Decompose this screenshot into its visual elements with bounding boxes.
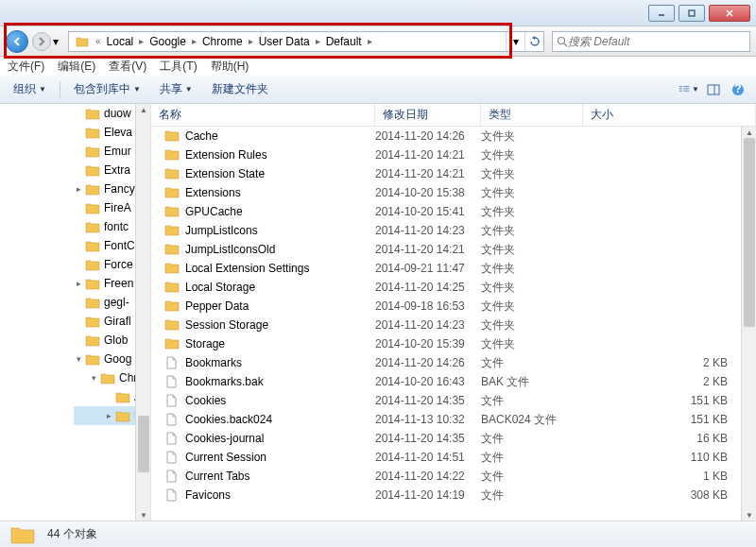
table-row[interactable]: Extension State2014-11-20 14:21文件夹 <box>151 164 756 183</box>
tree-item-label: FireA <box>104 201 131 214</box>
table-row[interactable]: Local Extension Settings2014-09-21 11:47… <box>151 259 756 278</box>
menu-view[interactable]: 查看(V) <box>109 59 146 75</box>
table-row[interactable]: Current Tabs2014-11-20 14:22文件1 KB <box>151 467 756 486</box>
table-row[interactable]: Storage2014-10-20 15:39文件夹 <box>151 334 756 353</box>
file-type: 文件夹 <box>481 317 583 333</box>
tree-item-label: Eleva <box>104 126 132 139</box>
folder-icon <box>100 372 115 385</box>
file-name: Cache <box>185 129 218 143</box>
menu-help[interactable]: 帮助(H) <box>211 59 249 75</box>
folder-icon <box>164 299 180 313</box>
sidebar-scrollbar[interactable]: ▲ ▼ <box>135 104 150 521</box>
search-input[interactable] <box>568 35 746 48</box>
maximize-button[interactable] <box>679 5 705 22</box>
status-item-count: 44 个对象 <box>47 526 97 542</box>
preview-pane-button[interactable] <box>703 80 724 99</box>
scroll-up-icon[interactable]: ▲ <box>742 127 756 138</box>
table-row[interactable]: Session Storage2014-11-20 14:23文件夹 <box>151 316 756 334</box>
menu-edit[interactable]: 编辑(E) <box>58 59 95 75</box>
menu-tools[interactable]: 工具(T) <box>160 59 197 75</box>
table-row[interactable]: Cookies.back0242014-11-13 10:32BACK024 文… <box>151 410 756 429</box>
breadcrumb-overflow[interactable]: « <box>94 36 103 46</box>
table-row[interactable]: Pepper Data2014-09-18 16:53文件夹 <box>151 297 756 316</box>
folder-icon <box>9 524 36 545</box>
table-row[interactable]: JumpListIconsOld2014-11-20 14:21文件夹 <box>151 240 756 259</box>
file-date: 2014-11-20 14:19 <box>375 488 481 502</box>
table-row[interactable]: Current Session2014-11-20 14:51文件110 KB <box>151 448 756 467</box>
table-row[interactable]: Extensions2014-10-20 15:38文件夹 <box>151 183 756 202</box>
svg-rect-10 <box>683 88 689 89</box>
column-name[interactable]: 名称 <box>151 104 375 126</box>
minimize-button[interactable] <box>648 5 675 22</box>
file-name: Current Tabs <box>185 470 249 483</box>
folder-icon <box>164 205 180 218</box>
svg-rect-7 <box>679 88 682 89</box>
tree-item-label: Girafl <box>104 315 131 328</box>
table-row[interactable]: Cookies2014-11-20 14:35文件151 KB <box>151 391 756 410</box>
new-folder-button[interactable]: 新建文件夹 <box>206 79 274 99</box>
refresh-button[interactable] <box>524 32 543 51</box>
include-library-button[interactable]: 包含到库中▼ <box>68 79 146 99</box>
address-bar[interactable]: « Local▸ Google▸ Chrome▸ User Data▸ Defa… <box>68 31 544 52</box>
search-box[interactable] <box>552 31 750 52</box>
share-button[interactable]: 共享▼ <box>154 79 198 99</box>
table-row[interactable]: Favicons2014-11-20 14:19文件308 KB <box>151 486 756 504</box>
table-row[interactable]: Local Storage2014-11-20 14:25文件夹 <box>151 278 756 297</box>
organize-button[interactable]: 组织▼ <box>8 79 52 99</box>
nav-back-button[interactable] <box>6 30 28 53</box>
breadcrumb-part[interactable]: User Data <box>255 35 314 48</box>
folder-icon <box>85 278 100 290</box>
tree-item-label: Freen <box>104 277 133 290</box>
breadcrumb-part[interactable]: Local <box>103 35 138 48</box>
navigation-tree: duowElevaEmurExtra▸FancyFireAfontcFontCF… <box>0 104 151 521</box>
close-button[interactable] <box>709 5 750 22</box>
nav-history-dropdown[interactable]: ▾ <box>53 35 64 48</box>
menu-bar: 文件(F) 编辑(E) 查看(V) 工具(T) 帮助(H) <box>0 57 756 76</box>
sidebar-scroll-thumb[interactable] <box>138 416 149 472</box>
file-size: 151 KB <box>583 394 756 407</box>
column-size[interactable]: 大小 <box>583 104 756 126</box>
file-date: 2014-11-20 14:25 <box>375 281 481 294</box>
table-row[interactable]: Bookmarks.bak2014-10-20 16:43BAK 文件2 KB <box>151 372 756 391</box>
filelist-scrollbar[interactable]: ▲ ▼ <box>741 127 756 521</box>
filelist-scroll-thumb[interactable] <box>744 138 755 327</box>
file-icon <box>164 488 180 502</box>
table-row[interactable]: JumpListIcons2014-11-20 14:23文件夹 <box>151 221 756 240</box>
file-type: 文件夹 <box>481 147 583 163</box>
file-date: 2014-09-18 16:53 <box>375 299 481 313</box>
breadcrumb-part[interactable]: Google <box>146 35 190 48</box>
file-type: 文件夹 <box>481 242 583 258</box>
scroll-down-icon[interactable]: ▼ <box>742 509 756 521</box>
content-area: duowElevaEmurExtra▸FancyFireAfontcFontCF… <box>0 104 756 521</box>
file-type: 文件夹 <box>481 185 583 201</box>
file-icon <box>164 394 180 407</box>
table-row[interactable]: Extension Rules2014-11-20 14:21文件夹 <box>151 145 756 164</box>
table-row[interactable]: Cache2014-11-20 14:26文件夹 <box>151 127 756 145</box>
address-dropdown[interactable]: ▾ <box>506 32 524 51</box>
file-type: 文件 <box>481 469 583 485</box>
status-bar: 44 个对象 <box>0 521 756 547</box>
table-row[interactable]: Bookmarks2014-11-20 14:26文件2 KB <box>151 353 756 372</box>
scroll-down-icon[interactable]: ▼ <box>136 509 151 521</box>
folder-icon <box>164 129 180 143</box>
file-type: 文件 <box>481 487 583 504</box>
table-row[interactable]: GPUCache2014-10-20 15:41文件夹 <box>151 202 756 221</box>
breadcrumb-part[interactable]: Default <box>322 35 366 48</box>
table-row[interactable]: Cookies-journal2014-11-20 14:35文件16 KB <box>151 429 756 448</box>
scroll-up-icon[interactable]: ▲ <box>136 104 151 115</box>
file-type: 文件夹 <box>481 299 583 315</box>
file-date: 2014-11-20 14:35 <box>375 394 481 407</box>
file-icon <box>164 451 180 464</box>
file-type: 文件夹 <box>481 261 583 277</box>
breadcrumb-part[interactable]: Chrome <box>198 35 247 48</box>
file-name: Cookies <box>185 394 226 407</box>
view-mode-button[interactable]: ▼ <box>679 80 699 99</box>
column-type[interactable]: 类型 <box>481 104 583 126</box>
help-button[interactable]: ? <box>728 80 748 99</box>
nav-forward-button[interactable] <box>32 32 51 51</box>
folder-icon <box>85 259 100 271</box>
tree-item-label: Force <box>104 258 133 271</box>
menu-file[interactable]: 文件(F) <box>8 59 44 75</box>
column-date[interactable]: 修改日期 <box>375 104 481 126</box>
svg-rect-9 <box>683 86 689 87</box>
